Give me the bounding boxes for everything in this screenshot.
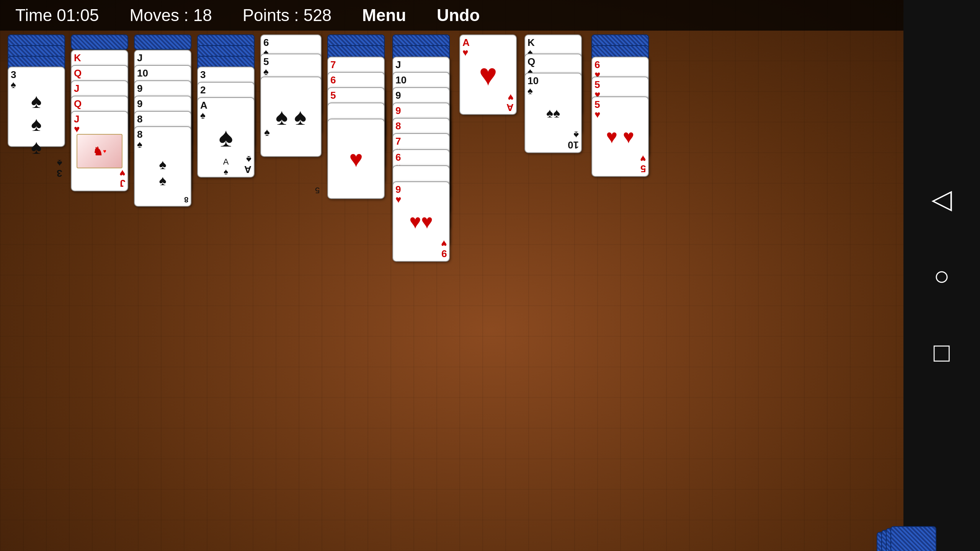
moves-display: Moves : 18	[129, 6, 212, 25]
card-back	[71, 34, 128, 50]
menu-button[interactable]: Menu	[362, 6, 406, 25]
column-8[interactable]: A♥ ♥ A♥	[459, 34, 523, 130]
card-jack-hearts-2[interactable]: J♥ ♞♥ J♥	[71, 111, 128, 191]
column-2[interactable]: K♥ ♔♥ K♥ Q♥ ♛♥ Q♥ J♥ ♞♥ J♥	[71, 34, 130, 226]
game-area: 3♠ ♠♠♠ 3♠ K♥ ♔♥ K♥ Q♥ ♛♥ Q♥	[0, 31, 980, 551]
column-5[interactable]: 6♠ ♠♠♠♠ 6♠ 5♠ ♠♠ 5♠ ♠ ♠ ♠ 5	[260, 34, 323, 195]
card-10-spades-col9[interactable]: 10♠ ♠♠ 10♠	[524, 73, 582, 153]
time-display: Time 01:05	[15, 6, 99, 25]
card-9-hearts-bot[interactable]: 9♥ ♥♥ 9♥	[392, 181, 450, 262]
points-display: Points : 528	[243, 6, 332, 25]
deck-card-4	[890, 526, 936, 551]
card-hearts-3[interactable]: ♥	[327, 119, 385, 199]
game-header: Time 01:05 Moves : 18 Points : 528 Menu …	[0, 0, 980, 31]
bottom-spade: ♠	[264, 126, 270, 139]
column-9[interactable]: K♠ ♔♠ K♠ Q♠ ♛♠ Q♠ 10♠ ♠♠ 10♠	[524, 34, 588, 180]
undo-button[interactable]: Undo	[437, 6, 480, 25]
card-5-hearts-col10-2[interactable]: 5♥ ♥ ♥ 5♥	[591, 96, 649, 177]
ace-small: A♠	[197, 157, 255, 177]
column-1[interactable]: 3♠ ♠♠♠ 3♠	[8, 34, 67, 165]
card-back	[134, 34, 191, 50]
column-3[interactable]: J♠ ♞♠ J♠ 10♠ ♠♠♠♠♠♠ 10♠ 9♠ ♠♠♠ 9♠ 9♠	[134, 34, 193, 249]
column-4[interactable]: 3♠ ♠ 3♠ 2♠ ♠ 2♠ A♠ ♠ A♠ A♠	[197, 34, 256, 218]
card-ace-hearts[interactable]: A♥ ♥ A♥	[459, 34, 517, 115]
column-10[interactable]: 6♥ ♥♥♥ 6♥ 5♥ ♥♥ 5♥ 5♥ ♥ ♥ 5♥	[591, 34, 655, 203]
card-3-spades[interactable]: 3♠ ♠♠♠ 3♠	[8, 67, 65, 147]
card-8-spades-2[interactable]: 8♠ ♠♠ 8	[134, 126, 191, 207]
column-7[interactable]: J♠ ♞♠ J♠ 10♠ ♠♠ 10♠ 9♠ ♠♠ 9♠ 9♥ ♥♥	[392, 34, 456, 310]
bottom-5-label: 5	[315, 185, 320, 195]
column-6[interactable]: 7♥ ♥♥♥ 7♥ 6♥ ♥♥♥ 6♥ 5♥ ♥♥ 5♥ ♥ ♥	[327, 34, 390, 233]
card-5-spades-2[interactable]: ♠ ♠	[260, 77, 322, 157]
